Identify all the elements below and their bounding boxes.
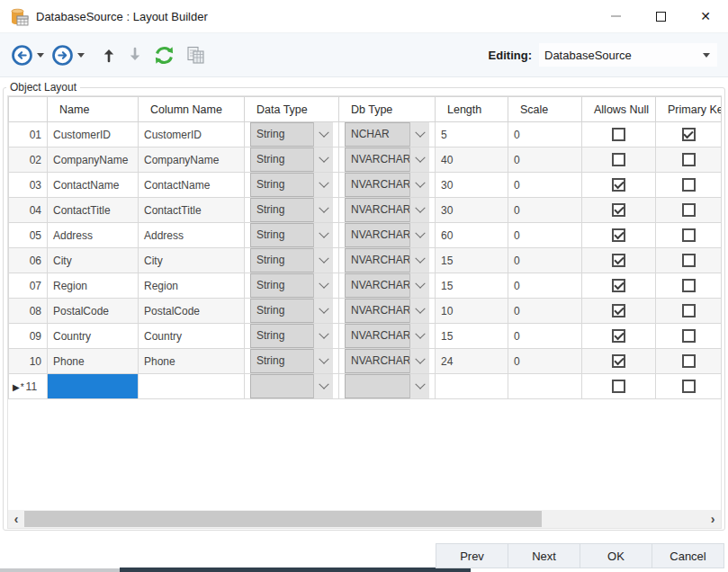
db-type-dropdown[interactable] <box>345 374 429 398</box>
name-cell[interactable]: City <box>48 248 139 273</box>
length-cell[interactable]: 5 <box>436 122 508 147</box>
data-type-dropdown[interactable]: String <box>250 223 333 247</box>
scroll-right-arrow[interactable]: › <box>705 510 721 528</box>
primary-key-checkbox[interactable] <box>682 203 696 217</box>
maximize-button[interactable] <box>638 0 683 32</box>
primary-key-checkbox[interactable] <box>682 128 696 141</box>
data-type-dropdown[interactable]: String <box>250 248 333 273</box>
move-down-button[interactable] <box>127 42 143 67</box>
name-cell[interactable]: CustomerID <box>48 122 139 147</box>
col-header-primary-key[interactable]: Primary Key <box>656 97 722 122</box>
scrollbar-track[interactable] <box>24 510 705 528</box>
refresh-button[interactable] <box>153 42 175 67</box>
db-type-dropdown[interactable]: NVARCHAR <box>345 173 429 197</box>
back-button[interactable] <box>11 42 33 67</box>
name-cell[interactable]: CompanyName <box>48 147 139 173</box>
name-cell[interactable]: Country <box>48 324 139 349</box>
primary-key-checkbox[interactable] <box>682 380 696 393</box>
column-name-cell[interactable]: PostalCode <box>139 299 245 324</box>
column-name-cell[interactable]: Country <box>139 324 245 349</box>
length-cell[interactable]: 15 <box>436 324 508 349</box>
row-header[interactable]: 01 <box>9 122 48 147</box>
row-header[interactable]: 10 <box>9 349 48 374</box>
length-cell[interactable] <box>436 374 508 399</box>
length-cell[interactable]: 24 <box>436 349 508 374</box>
forward-button[interactable] <box>51 42 74 67</box>
copy-layout-button[interactable] <box>185 42 206 67</box>
new-row-header[interactable]: ▶*11 <box>9 374 48 399</box>
col-header-row-selector[interactable] <box>9 97 48 122</box>
row-header[interactable]: 09 <box>9 324 48 349</box>
row-header[interactable]: 03 <box>9 173 48 198</box>
scale-cell[interactable]: 0 <box>508 198 582 223</box>
close-button[interactable]: ✕ <box>683 0 728 32</box>
move-up-button[interactable] <box>101 42 117 67</box>
data-type-dropdown[interactable]: String <box>250 122 333 147</box>
column-name-cell[interactable]: ContactTitle <box>139 198 245 223</box>
primary-key-checkbox[interactable] <box>682 354 696 368</box>
data-type-dropdown[interactable] <box>250 374 333 398</box>
scale-cell[interactable]: 0 <box>508 324 582 349</box>
column-name-cell[interactable]: Region <box>139 273 245 299</box>
col-header-allows-null[interactable]: Allows Null <box>582 97 656 122</box>
name-cell[interactable]: Address <box>48 223 139 248</box>
primary-key-checkbox[interactable] <box>682 329 696 343</box>
length-cell[interactable]: 10 <box>436 299 508 324</box>
length-cell[interactable]: 40 <box>436 147 508 173</box>
primary-key-checkbox[interactable] <box>682 228 696 242</box>
col-header-length[interactable]: Length <box>436 97 508 122</box>
scale-cell[interactable]: 0 <box>508 173 582 198</box>
db-type-dropdown[interactable]: NVARCHAR <box>345 273 429 298</box>
primary-key-checkbox[interactable] <box>682 178 696 192</box>
allows-null-checkbox[interactable] <box>612 254 625 267</box>
data-type-dropdown[interactable]: String <box>250 147 333 172</box>
db-type-dropdown[interactable]: NVARCHAR <box>345 223 429 247</box>
row-header[interactable]: 04 <box>9 198 48 223</box>
next-button[interactable]: Next <box>508 543 580 568</box>
name-cell[interactable]: PostalCode <box>48 299 139 324</box>
column-name-cell[interactable] <box>139 374 245 399</box>
column-name-cell[interactable]: City <box>139 248 245 273</box>
length-cell[interactable]: 60 <box>436 223 508 248</box>
selected-cell[interactable] <box>48 374 139 399</box>
data-type-dropdown[interactable]: String <box>250 273 333 298</box>
length-cell[interactable]: 30 <box>436 173 508 198</box>
data-type-dropdown[interactable]: String <box>250 198 333 222</box>
allows-null-checkbox[interactable] <box>612 329 625 343</box>
row-header[interactable]: 02 <box>9 147 48 173</box>
scrollbar-thumb[interactable] <box>24 511 542 527</box>
data-type-dropdown[interactable]: String <box>250 349 333 373</box>
length-cell[interactable]: 15 <box>436 248 508 273</box>
scale-cell[interactable]: 0 <box>508 122 582 147</box>
db-type-dropdown[interactable]: NVARCHAR <box>345 299 429 323</box>
scale-cell[interactable]: 0 <box>508 248 582 273</box>
prev-button[interactable]: Prev <box>436 543 508 568</box>
db-type-dropdown[interactable]: NVARCHAR <box>345 324 429 348</box>
scroll-left-arrow[interactable]: ‹ <box>8 510 24 528</box>
db-type-dropdown[interactable]: NVARCHAR <box>345 147 429 172</box>
column-name-cell[interactable]: CustomerID <box>139 122 245 147</box>
row-header[interactable]: 06 <box>9 248 48 273</box>
data-type-dropdown[interactable]: String <box>250 173 333 197</box>
minimize-button[interactable] <box>593 0 638 32</box>
row-header[interactable]: 05 <box>9 223 48 248</box>
data-type-dropdown[interactable]: String <box>250 324 333 348</box>
scale-cell[interactable]: 0 <box>508 223 582 248</box>
name-cell[interactable]: Phone <box>48 349 139 374</box>
row-header[interactable]: 08 <box>9 299 48 324</box>
db-type-dropdown[interactable]: NCHAR <box>345 122 429 147</box>
primary-key-checkbox[interactable] <box>682 279 696 292</box>
db-type-dropdown[interactable]: NVARCHAR <box>345 349 429 373</box>
db-type-dropdown[interactable]: NVARCHAR <box>345 198 429 222</box>
scale-cell[interactable]: 0 <box>508 273 582 299</box>
primary-key-checkbox[interactable] <box>682 254 696 267</box>
column-name-cell[interactable]: Phone <box>139 349 245 374</box>
allows-null-checkbox[interactable] <box>612 279 625 292</box>
name-cell[interactable]: ContactTitle <box>48 198 139 223</box>
allows-null-checkbox[interactable] <box>612 153 625 166</box>
allows-null-checkbox[interactable] <box>612 304 625 317</box>
primary-key-checkbox[interactable] <box>682 304 696 317</box>
column-name-cell[interactable]: CompanyName <box>139 147 245 173</box>
col-header-db-type[interactable]: Db Type <box>339 97 436 122</box>
allows-null-checkbox[interactable] <box>612 128 625 141</box>
